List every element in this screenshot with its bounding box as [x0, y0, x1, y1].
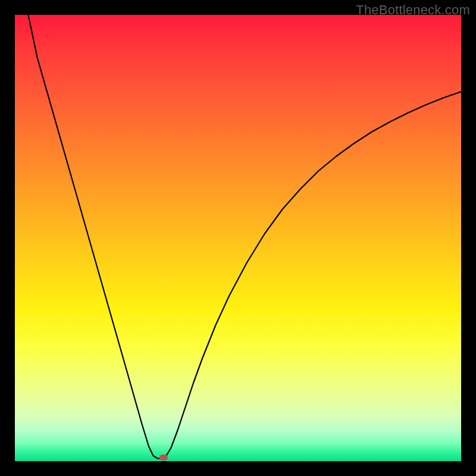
bottleneck-curve	[29, 15, 462, 459]
plot-area	[15, 15, 461, 461]
optimal-point-marker	[159, 455, 168, 461]
chart-container: { "watermark": "TheBottleneck.com", "cha…	[0, 0, 476, 476]
curve-svg	[15, 15, 461, 461]
